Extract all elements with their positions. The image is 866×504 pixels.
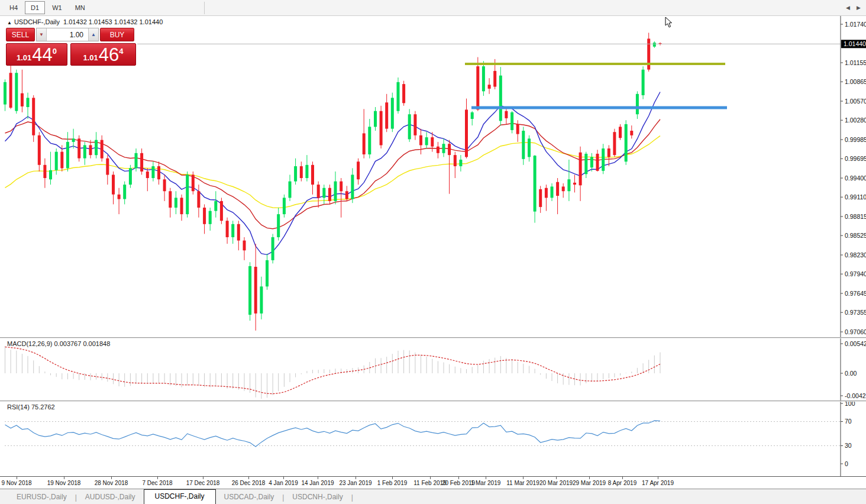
svg-text:1.00570: 1.00570	[845, 98, 866, 105]
volume-input[interactable]	[47, 28, 88, 41]
timeframe-button-w1[interactable]: W1	[46, 1, 68, 14]
volume-decrease-icon[interactable]: ▼	[37, 28, 47, 41]
date-tick-label: 1 Feb 2019	[377, 480, 408, 486]
svg-text:0.00: 0.00	[845, 370, 857, 377]
date-tick-label: 17 Apr 2019	[642, 480, 674, 486]
svg-text:1.00280: 1.00280	[845, 117, 866, 124]
chart-tab-usdcad[interactable]: USDCAD-,Daily	[216, 490, 283, 504]
date-tick-label: 20 Feb 2019	[442, 480, 475, 486]
svg-text:0.98230: 0.98230	[845, 251, 866, 259]
svg-text:0.99400: 0.99400	[845, 175, 866, 182]
price-chart-pane[interactable]: 1.017401.011551.008651.005701.002800.999…	[0, 16, 866, 337]
svg-text:0.98815: 0.98815	[845, 213, 866, 220]
date-axis[interactable]: 9 Nov 201819 Nov 201828 Nov 20187 Dec 20…	[0, 476, 866, 489]
rsi-indicator-pane[interactable]: 10070300 RSI(14) 75.2762	[0, 402, 866, 476]
chart-tab-bar: EURUSD-,Daily|AUDUSD-,DailyUSDCHF-,Daily…	[0, 489, 866, 504]
svg-text:0.99110: 0.99110	[845, 193, 866, 201]
date-tick	[64, 477, 64, 479]
tab-scroll-left-icon[interactable]: ◀	[846, 5, 850, 11]
svg-text:1.01440: 1.01440	[844, 40, 866, 47]
chart-tab-usdchf[interactable]: USDCHF-,Daily	[144, 489, 216, 504]
svg-text:1.01740: 1.01740	[845, 21, 866, 28]
date-tick	[283, 477, 284, 479]
date-tick	[356, 477, 356, 479]
buy-price-pipette: 4	[119, 47, 123, 56]
buy-button[interactable]: BUY	[100, 28, 134, 41]
trading-platform-window: H4D1W1MN 1.017401.011551.008651.005701.0…	[0, 0, 866, 504]
chart-tab-usdcnh[interactable]: USDCNH-,Daily	[284, 490, 351, 504]
svg-text:30: 30	[845, 442, 852, 449]
svg-text:0.005429: 0.005429	[845, 340, 866, 347]
tab-scroll-right-icon[interactable]: ▶	[857, 5, 861, 11]
date-tick-label: 29 Mar 2019	[573, 480, 606, 486]
timeframe-button-d1[interactable]: D1	[25, 1, 45, 14]
svg-text:0.97645: 0.97645	[845, 290, 866, 297]
date-tick-label: 7 Dec 2018	[142, 480, 172, 486]
date-tick-label: 28 Nov 2018	[95, 480, 128, 486]
collapse-triangle-icon[interactable]: ▲	[7, 20, 12, 25]
timeframe-button-h4[interactable]: H4	[4, 1, 24, 14]
sell-price-pipette: 0	[53, 47, 57, 56]
macd-label: MACD(12,26,9) 0.003767 0.001848	[7, 340, 110, 347]
date-tick-label: 9 Nov 2018	[1, 480, 31, 486]
date-tick	[556, 477, 557, 479]
date-tick-label: 26 Dec 2018	[232, 480, 266, 486]
svg-text:-0.004217: -0.004217	[845, 392, 866, 399]
svg-text:70: 70	[845, 418, 852, 425]
macd-indicator-pane[interactable]: 0.0054290.00-0.004217 MACD(12,26,9) 0.00…	[0, 338, 866, 400]
one-click-trade-widget: SELL ▼ ▲ BUY 1.01440 1.01464	[6, 28, 137, 66]
date-tick-label: 19 Nov 2018	[47, 480, 81, 486]
date-tick	[430, 477, 431, 479]
date-tick-label: 4 Jan 2019	[269, 480, 298, 486]
mouse-cursor-icon	[665, 17, 673, 28]
rsi-label: RSI(14) 75.2762	[7, 403, 55, 411]
date-tick-label: 1 Mar 2019	[471, 480, 501, 486]
sell-price-pips: 44	[32, 46, 52, 64]
date-tick	[392, 477, 393, 479]
svg-text:0.98525: 0.98525	[845, 232, 866, 239]
svg-text:0.99985: 0.99985	[845, 136, 866, 143]
date-tick	[589, 477, 590, 479]
date-tick	[248, 477, 249, 479]
tab-divider: |	[351, 493, 353, 502]
svg-text:0.97355: 0.97355	[845, 309, 866, 316]
sell-button[interactable]: SELL	[6, 28, 35, 41]
date-tick	[17, 477, 17, 479]
svg-text:0.97940: 0.97940	[845, 270, 866, 277]
symbol-name: USDCHF-,Daily	[14, 18, 60, 25]
quote-ohlc: 1.01432 1.01453 1.01432 1.01440	[63, 18, 163, 25]
date-tick	[111, 477, 112, 479]
date-tick	[203, 477, 203, 479]
svg-text:0.97060: 0.97060	[845, 328, 866, 335]
toolbar-divider	[204, 2, 205, 14]
date-tick-label: 8 Apr 2019	[608, 480, 636, 486]
timeframe-button-mn[interactable]: MN	[69, 1, 91, 14]
date-tick	[523, 477, 524, 479]
date-tick-label: 14 Jan 2019	[301, 480, 334, 486]
svg-text:1.00865: 1.00865	[845, 78, 866, 85]
date-tick	[318, 477, 318, 479]
svg-text:1.01155: 1.01155	[845, 59, 866, 66]
date-tick	[658, 477, 658, 479]
date-tick	[486, 477, 486, 479]
buy-price-tile[interactable]: 1.01464	[70, 43, 136, 66]
quote-header: ▲USDCHF-,Daily 1.01432 1.01453 1.01432 1…	[7, 18, 163, 25]
date-tick-label: 20 Mar 2019	[539, 480, 573, 486]
sell-price-tile[interactable]: 1.01440	[6, 43, 67, 66]
sell-price-base: 1.01	[17, 53, 31, 62]
timeframe-toolbar: H4D1W1MN	[0, 0, 866, 16]
date-tick	[458, 477, 459, 479]
svg-text:100: 100	[845, 402, 855, 407]
chart-tab-audusd[interactable]: AUDUSD-,Daily	[77, 490, 144, 504]
chart-tab-eurusd[interactable]: EURUSD-,Daily	[8, 490, 75, 504]
svg-text:0: 0	[845, 460, 848, 467]
volume-increase-icon[interactable]: ▲	[88, 28, 98, 41]
date-tick-label: 17 Dec 2018	[186, 480, 220, 486]
buy-price-base: 1.01	[83, 53, 98, 62]
volume-stepper: ▼ ▲	[36, 28, 99, 41]
date-tick-label: 11 Mar 2019	[506, 480, 539, 486]
date-tick	[157, 477, 158, 479]
date-tick	[622, 477, 623, 479]
date-tick-label: 23 Jan 2019	[339, 480, 371, 486]
svg-text:0.99695: 0.99695	[845, 155, 866, 162]
